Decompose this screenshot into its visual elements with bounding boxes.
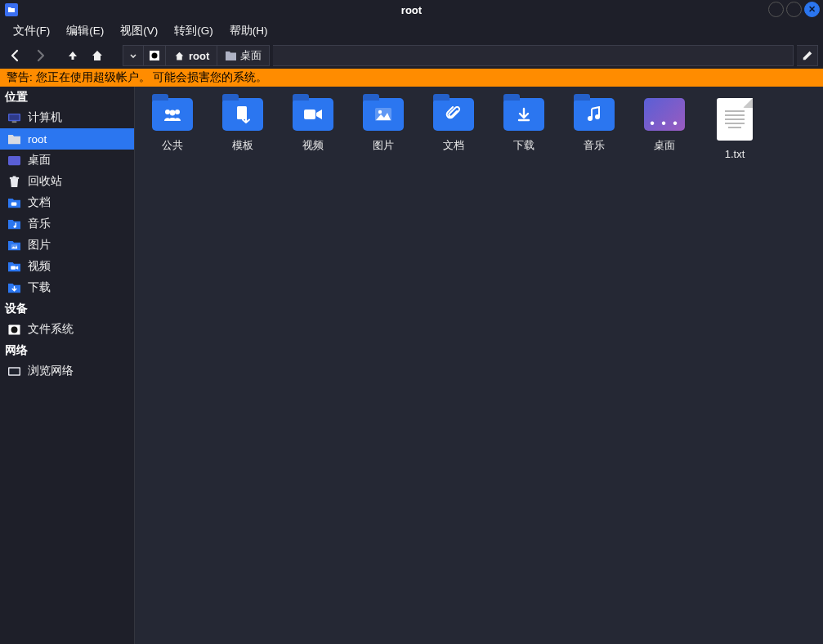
sidebar-item[interactable]: 浏览网络: [0, 360, 134, 382]
file-item-label: 1.txt: [722, 147, 748, 161]
fs-icon: [7, 322, 21, 337]
sidebar-item-label: 文件系统: [28, 322, 74, 337]
menu-file[interactable]: 文件(F): [7, 20, 56, 42]
file-item[interactable]: 1.txt: [710, 98, 759, 161]
sidebar-item-label: 音乐: [28, 217, 51, 231]
sidebar-item-label: 桌面: [28, 153, 51, 168]
toolbar: root 桌面: [0, 42, 823, 69]
downloads-icon: [7, 280, 21, 295]
svg-rect-22: [304, 110, 315, 119]
window-title: root: [401, 4, 422, 16]
menu-view[interactable]: 视图(V): [114, 20, 164, 42]
file-item[interactable]: 模板: [218, 98, 267, 161]
file-item[interactable]: 文档: [429, 98, 478, 161]
pictures-icon: [7, 238, 21, 253]
sidebar-item-label: 计算机: [28, 110, 62, 125]
sidebar-item-label: root: [28, 133, 47, 145]
svg-point-19: [175, 110, 180, 114]
sidebar-item[interactable]: 桌面: [0, 150, 134, 171]
sidebar-item[interactable]: root: [0, 128, 134, 150]
svg-rect-17: [9, 368, 19, 374]
sidebar-item-label: 视频: [28, 259, 51, 274]
file-item-label: 桌面: [651, 137, 678, 154]
file-item[interactable]: 公共: [148, 98, 197, 161]
path-segment-label: 桌面: [240, 48, 262, 63]
desktop-folder-icon: • • •: [644, 98, 685, 131]
window-controls: [768, 2, 820, 17]
svg-rect-5: [11, 121, 16, 123]
file-item[interactable]: 下载: [499, 98, 548, 161]
sidebar-header-devices: 设备: [0, 298, 134, 319]
sidebar-item-label: 图片: [28, 238, 51, 253]
up-button[interactable]: [62, 45, 83, 66]
forward-button[interactable]: [29, 45, 51, 66]
folder-gray-icon: [7, 132, 21, 146]
svg-point-2: [152, 53, 158, 59]
folder-icon: [574, 98, 615, 131]
path-segment-root[interactable]: root: [166, 46, 217, 65]
home-icon: [173, 50, 185, 61]
sidebar-item[interactable]: 视频: [0, 256, 134, 277]
file-item[interactable]: 视频: [288, 98, 338, 161]
sidebar-item-label: 文档: [28, 195, 51, 210]
folder-icon: [225, 50, 236, 61]
sidebar-item[interactable]: 音乐: [0, 213, 134, 235]
sidebar-item[interactable]: 下载: [0, 277, 134, 298]
file-item-label: 下载: [511, 137, 537, 154]
menubar: 文件(F) 编辑(E) 视图(V) 转到(G) 帮助(H): [0, 20, 823, 42]
file-item[interactable]: 图片: [359, 98, 408, 161]
sidebar-item-label: 回收站: [28, 174, 62, 189]
menu-go[interactable]: 转到(G): [168, 20, 220, 42]
sidebar-header-network: 网络: [0, 340, 134, 360]
file-view[interactable]: 公共模板视频图片文档下载音乐• • •桌面1.txt: [135, 87, 823, 644]
svg-point-11: [13, 225, 16, 227]
svg-rect-4: [9, 114, 19, 120]
svg-point-15: [11, 326, 17, 333]
back-button[interactable]: [5, 45, 26, 66]
path-segment-desktop[interactable]: 桌面: [217, 46, 269, 65]
titlebar: root: [0, 0, 823, 20]
pathbar-spacer: [273, 45, 794, 66]
folder-icon: [152, 98, 193, 131]
file-item[interactable]: • • •桌面: [640, 98, 689, 161]
sidebar-item[interactable]: 文件系统: [0, 319, 134, 340]
videos-icon: [7, 259, 21, 274]
sidebar-item[interactable]: 文档: [0, 192, 134, 213]
net-icon: [7, 364, 21, 378]
text-file-icon: [717, 98, 753, 141]
svg-rect-13: [11, 266, 16, 269]
menu-edit[interactable]: 编辑(E): [60, 20, 110, 42]
svg-point-24: [378, 110, 382, 114]
sidebar-item-label: 浏览网络: [28, 364, 74, 378]
folder-icon: [433, 98, 474, 131]
sidebar-item[interactable]: 图片: [0, 235, 134, 256]
svg-rect-9: [12, 176, 16, 177]
close-button[interactable]: [804, 2, 820, 17]
pathbar: root 桌面: [123, 45, 270, 66]
svg-point-28: [595, 114, 600, 119]
folder-icon: [503, 98, 544, 131]
path-segment-label: root: [189, 50, 209, 62]
minimize-button[interactable]: [768, 2, 784, 17]
maximize-button[interactable]: [786, 2, 802, 17]
file-item[interactable]: 音乐: [570, 98, 619, 161]
folder-icon: [222, 98, 263, 131]
file-item-label: 公共: [159, 137, 186, 154]
svg-rect-6: [8, 155, 20, 164]
path-history-button[interactable]: [123, 46, 144, 65]
menu-help[interactable]: 帮助(H): [223, 20, 275, 42]
edit-path-button[interactable]: [797, 45, 818, 66]
sidebar-item[interactable]: 计算机: [0, 107, 134, 128]
music-icon: [7, 217, 21, 231]
folder-icon: [363, 98, 404, 131]
root-warning-banner: 警告: 您正在使用超级帐户。 可能会损害您的系统。: [0, 69, 823, 87]
app-icon: [5, 3, 18, 16]
sidebar-item-label: 下载: [28, 280, 51, 295]
desktop-icon: [7, 153, 21, 168]
file-item-label: 音乐: [581, 137, 607, 154]
home-button[interactable]: [87, 45, 108, 66]
path-root-icon[interactable]: [144, 46, 166, 65]
file-item-label: 视频: [300, 137, 326, 154]
sidebar-item[interactable]: 回收站: [0, 171, 134, 192]
sidebar-header-places: 位置: [0, 87, 134, 107]
